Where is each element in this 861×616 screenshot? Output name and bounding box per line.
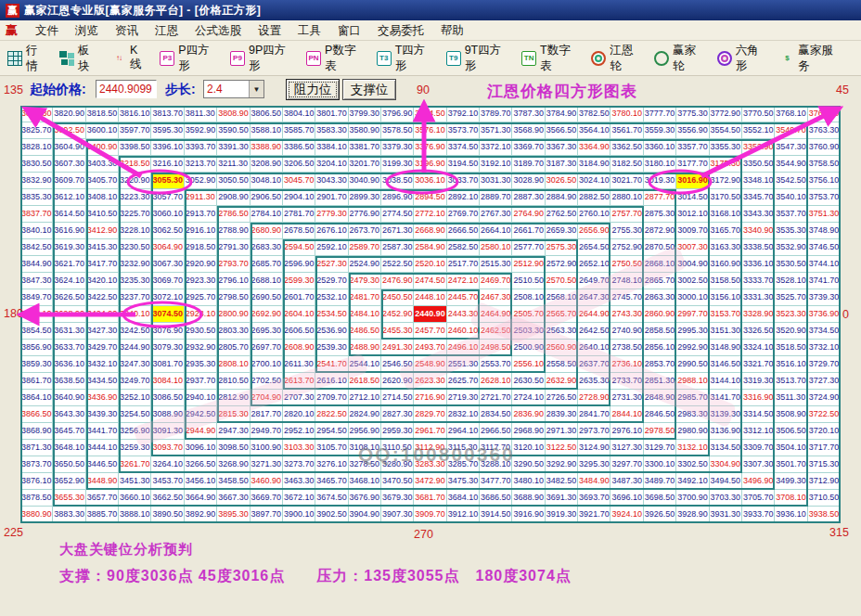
grid-cell: 2690.50 [251, 289, 283, 306]
menu-item-1[interactable]: 浏览 [67, 22, 107, 39]
app-window: { "window": { "logo": "赢", "title": "赢家江… [0, 0, 861, 616]
grid-cell: 3422.50 [86, 289, 119, 306]
grid-cell: 3393.70 [185, 139, 217, 156]
grid-cell: 3621.70 [53, 256, 85, 273]
start-price-input[interactable] [96, 80, 157, 98]
menu-item-2[interactable]: 资讯 [107, 22, 147, 39]
grid-cell: 3429.70 [86, 340, 119, 356]
grid-cell: 2762.50 [546, 206, 578, 223]
toolbar-label: 赢家轮 [673, 43, 705, 74]
toolbar-label: T四方形 [395, 43, 434, 74]
grid-cell: 3014.50 [676, 189, 709, 206]
grid-cell: 3100.90 [251, 440, 283, 456]
menu-item-9[interactable]: 帮助 [432, 22, 472, 39]
grid-cell: 2899.30 [349, 189, 381, 206]
toolbar-button-行情[interactable]: 行情 [7, 43, 47, 74]
grid-cell: 2577.70 [512, 239, 545, 256]
grid-cell: 2695.30 [251, 323, 283, 340]
toolbar-button-赢家服务[interactable]: $赢家服务 [780, 43, 842, 74]
grid-cell: 3693.70 [578, 490, 610, 507]
menu-item-5[interactable]: 设置 [250, 22, 289, 39]
grid-cell: 2839.30 [546, 406, 578, 423]
grid-cell: 3124.90 [578, 440, 610, 456]
grid-cell: 2776.90 [349, 206, 381, 223]
grid-cell: 3120.10 [512, 440, 545, 456]
grid-cell: 3921.70 [578, 507, 610, 523]
grid-cell: 3312.10 [742, 423, 775, 440]
grid-cell: 2572.90 [546, 256, 578, 273]
grid-cell: 3859.30 [20, 356, 53, 373]
toolbar-button-P四方形[interactable]: P3P四方形 [160, 43, 218, 74]
grid-cell: 3938.50 [808, 507, 841, 523]
grid-cell: 3340.90 [742, 223, 775, 239]
grid-cell: 3712.90 [808, 473, 841, 490]
grid-cell: 3480.10 [512, 473, 545, 490]
grid-cell: 3633.70 [53, 340, 85, 356]
grid-cell: 3220.90 [119, 173, 151, 189]
menu-item-8[interactable]: 交易委托 [369, 22, 432, 39]
grid-cell: 3933.70 [742, 507, 775, 523]
toolbar-button-板块[interactable]: 板块 [59, 43, 99, 74]
grid-cell: 3391.30 [217, 139, 250, 156]
toolbar-button-9P四方形[interactable]: P99P四方形 [230, 43, 294, 74]
grid-cell: 2966.50 [480, 423, 512, 440]
toolbar-button-T数字表[interactable]: TNT数字表 [521, 43, 579, 74]
toolbar-button-六角形[interactable]: 六角形 [717, 43, 768, 74]
grid-cell: 3760.90 [808, 139, 841, 156]
grid-cell: 3050.50 [217, 173, 250, 189]
grid-cell: 3916.90 [512, 507, 545, 523]
menu-item-3[interactable]: 江恩 [147, 22, 186, 39]
grid-cell: 3708.10 [775, 490, 807, 507]
grid-cell: 3676.90 [349, 490, 381, 507]
toolbar-button-江恩轮[interactable]: 江恩轮 [591, 43, 642, 74]
toolbar-button-9T四方形[interactable]: T99T四方形 [446, 43, 509, 74]
grid-cell: 3201.70 [349, 156, 381, 173]
step-select[interactable]: 2.4 ▼ [203, 80, 264, 98]
grid-cell: 2868.10 [644, 256, 676, 273]
grid-cell: 3794.50 [414, 106, 446, 122]
resistance-button[interactable]: 阻力位 [286, 79, 340, 100]
grid-cell: 3607.30 [53, 156, 85, 173]
angle-label-225: 225 [4, 526, 23, 539]
chevron-down-icon[interactable]: ▼ [249, 81, 263, 97]
menu-item-0[interactable]: 文件 [27, 22, 67, 39]
grid-cell: 3907.30 [381, 507, 414, 523]
toolbar-button-K线[interactable]: ↑↓K线 [111, 44, 148, 72]
grid-cell: 2916.10 [185, 223, 217, 239]
grid-cell: 2462.50 [480, 323, 512, 340]
grid-cell: 2599.30 [283, 273, 315, 289]
grid-cell: 3650.50 [53, 456, 85, 473]
grid-cell: 3830.50 [20, 156, 53, 173]
grid-cell: 2824.90 [349, 406, 381, 423]
grid-cell: 3271.30 [251, 456, 283, 473]
grid-cell: 2995.30 [676, 323, 709, 340]
menu-item-4[interactable]: 公式选股 [186, 22, 250, 39]
grid-cell: 3936.10 [775, 507, 807, 523]
grid-cell: 3408.10 [86, 189, 119, 206]
toolbar-button-赢家轮[interactable]: 赢家轮 [654, 43, 705, 74]
grid-cell: 3326.50 [742, 323, 775, 340]
grid-cell: 2740.90 [610, 323, 643, 340]
toolbar-button-P数字表[interactable]: PNP数字表 [306, 43, 365, 74]
grid-cell: 3048.10 [251, 173, 283, 189]
grid-cell: 3247.30 [119, 356, 151, 373]
grid-cell: 3038.50 [381, 173, 414, 189]
menu-item-7[interactable]: 窗口 [329, 22, 369, 39]
grid-cell: 2755.30 [610, 223, 643, 239]
grid-cell: 2971.30 [546, 423, 578, 440]
grid-cell: 3314.50 [742, 406, 775, 423]
support-button[interactable]: 支撑位 [342, 79, 396, 100]
grid-cell: 3468.10 [349, 473, 381, 490]
grid-cell: 3835.30 [20, 189, 53, 206]
grid-cell: 3544.90 [775, 156, 807, 173]
menu-item-6[interactable]: 工具 [289, 22, 329, 39]
toolbar-label: 江恩轮 [610, 43, 642, 74]
grid-cell: 3093.70 [151, 440, 184, 456]
grid-cell: 3477.70 [480, 473, 512, 490]
angle-label-270: 270 [414, 528, 433, 541]
grid-cell: 3825.70 [20, 122, 53, 139]
grid-cell: 2928.10 [185, 306, 217, 323]
toolbar-button-T四方形[interactable]: T3T四方形 [377, 43, 434, 74]
grid-cell: 2630.50 [512, 373, 545, 390]
grid-cell: 3508.90 [775, 406, 807, 423]
